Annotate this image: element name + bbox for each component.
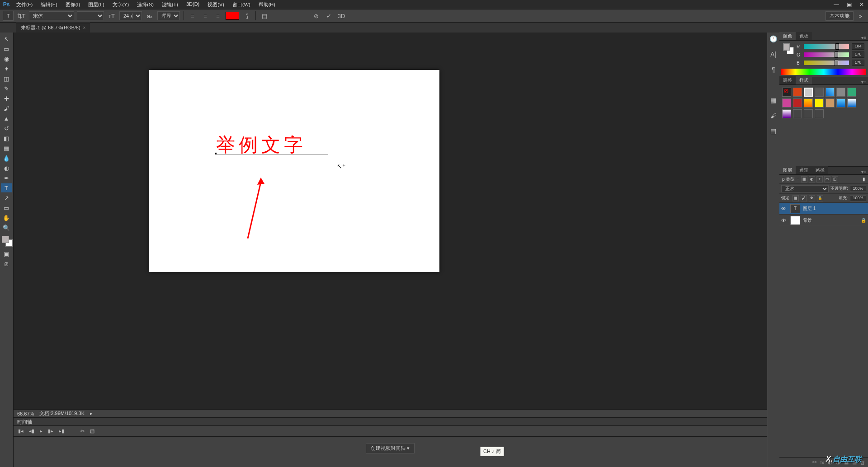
character-panel-icon[interactable]: A| — [769, 50, 778, 59]
zoom-level[interactable]: 66.67% — [17, 411, 34, 416]
style-swatch[interactable] — [804, 109, 813, 118]
g-value[interactable]: 178 — [852, 51, 864, 58]
brush-presets-icon[interactable]: ▦ — [769, 96, 778, 105]
clone-source-icon[interactable]: ▤ — [769, 126, 778, 135]
gradient-tool[interactable]: ▦ — [1, 144, 12, 153]
timeline-first-frame[interactable]: ▮◂ — [18, 428, 24, 434]
layer-name[interactable]: 图层 1 — [803, 205, 816, 212]
doc-info-arrow-icon[interactable]: ▸ — [90, 411, 93, 416]
lock-transparent-icon[interactable]: ▦ — [793, 195, 799, 201]
style-swatch[interactable] — [793, 88, 802, 97]
style-swatch[interactable] — [836, 98, 845, 107]
layer-thumb-text-icon[interactable]: T — [790, 204, 800, 213]
antialias-select[interactable]: 浑厚 — [157, 11, 180, 20]
style-swatch[interactable] — [782, 98, 791, 107]
menu-select[interactable]: 选择(S) — [133, 0, 157, 9]
style-swatch[interactable] — [793, 98, 802, 107]
foreground-color[interactable] — [2, 236, 9, 243]
blend-mode-select[interactable]: 正常 — [781, 185, 829, 192]
eraser-tool[interactable]: ◧ — [1, 134, 12, 143]
layer-row[interactable]: 👁 背景 🔒 — [779, 215, 868, 226]
timeline-cut[interactable]: ✂ — [80, 428, 85, 434]
lock-all-icon[interactable]: 🔒 — [817, 195, 823, 201]
g-slider[interactable] — [804, 52, 849, 57]
blur-tool[interactable]: 💧 — [1, 154, 12, 163]
lock-pixels-icon[interactable]: 🖌 — [801, 195, 807, 201]
menu-type[interactable]: 文字(Y) — [109, 0, 133, 9]
crop-tool[interactable]: ◫ — [1, 74, 12, 83]
r-slider[interactable] — [804, 44, 849, 49]
filter-shape-icon[interactable]: ▭ — [824, 176, 830, 182]
fill-value[interactable]: 100% — [850, 195, 866, 201]
styles-tab[interactable]: 样式 — [796, 76, 812, 84]
window-close[interactable]: ✕ — [855, 0, 868, 9]
timeline-last-frame[interactable]: ▸▮ — [59, 428, 64, 434]
opacity-value[interactable]: 100% — [850, 186, 866, 192]
b-value[interactable]: 178 — [852, 60, 864, 66]
style-swatch[interactable] — [847, 98, 856, 107]
magic-wand-tool[interactable]: ✦ — [1, 64, 12, 73]
menu-window[interactable]: 窗口(W) — [229, 0, 254, 9]
move-tool[interactable]: ↖ — [1, 34, 12, 43]
ime-indicator[interactable]: CH ♪ 简 — [480, 447, 504, 456]
dropdown-icon[interactable]: ▾ — [407, 445, 410, 451]
layer-row[interactable]: 👁 T 图层 1 — [779, 203, 868, 215]
create-video-timeline-button[interactable]: 创建视频时间轴 ▾ — [366, 443, 415, 453]
layers-tab[interactable]: 图层 — [779, 166, 796, 174]
swatches-tab[interactable]: 色板 — [796, 32, 812, 40]
quickmask-toggle[interactable]: ▣ — [1, 249, 12, 258]
window-minimize[interactable]: — — [830, 0, 843, 9]
commit-edit-button[interactable]: ✓ — [324, 11, 334, 21]
style-swatch[interactable] — [793, 109, 802, 118]
filter-text-icon[interactable]: T — [816, 176, 823, 182]
style-swatch[interactable] — [815, 88, 824, 97]
align-left-button[interactable]: ≡ — [188, 11, 198, 21]
hand-tool[interactable]: ✋ — [1, 213, 12, 222]
style-swatch[interactable] — [804, 88, 813, 97]
style-swatch[interactable] — [782, 109, 791, 118]
layer-thumb[interactable] — [790, 216, 800, 225]
align-center-button[interactable]: ≡ — [200, 11, 210, 21]
timeline-transition[interactable]: ▧ — [90, 428, 94, 434]
menu-3d[interactable]: 3D(D) — [183, 0, 203, 9]
cancel-edit-button[interactable]: ⊘ — [311, 11, 321, 21]
tool-preset-text[interactable]: T — [3, 11, 14, 21]
character-panel-button[interactable]: ▤ — [259, 11, 269, 21]
shape-tool[interactable]: ▭ — [1, 203, 12, 212]
style-swatch[interactable]: ⊘ — [782, 88, 791, 97]
layer-fx-icon[interactable]: fx — [820, 460, 824, 465]
menu-help[interactable]: 帮助(H) — [255, 0, 279, 9]
style-swatch[interactable] — [804, 98, 813, 107]
styles-panel-menu-icon[interactable]: ▾≡ — [859, 79, 868, 84]
healing-brush-tool[interactable]: ✚ — [1, 94, 12, 103]
workspace-menu-icon[interactable]: » — [855, 11, 865, 21]
zoom-tool[interactable]: 🔍 — [1, 223, 12, 232]
color-tools[interactable] — [1, 236, 12, 248]
color-fg-swatch[interactable] — [783, 43, 790, 51]
font-style-select[interactable] — [77, 11, 104, 20]
channels-tab[interactable]: 通道 — [796, 166, 812, 174]
window-maximize[interactable]: ▣ — [843, 0, 855, 9]
lock-position-icon[interactable]: ✥ — [809, 195, 815, 201]
marquee-tool[interactable]: ▭ — [1, 44, 12, 53]
brush-panel-icon[interactable]: 🖌 — [769, 111, 778, 120]
doc-info[interactable]: 文档:2.99M/1019.3K — [39, 410, 85, 417]
paragraph-panel-icon[interactable]: ¶ — [769, 65, 778, 74]
menu-layer[interactable]: 图层(L) — [85, 0, 108, 9]
screenmode-toggle[interactable]: ⎚ — [1, 259, 12, 268]
history-brush-tool[interactable]: ↺ — [1, 124, 12, 133]
font-size-select[interactable]: 24 点 — [119, 11, 142, 20]
document-tab-close[interactable]: × — [83, 25, 86, 30]
text-origin-handle[interactable] — [215, 153, 217, 154]
layers-panel-menu-icon[interactable]: ▾≡ — [859, 169, 868, 174]
canvas[interactable]: 举例文字 ↖⁺ — [149, 70, 439, 272]
filter-adj-icon[interactable]: ◐ — [809, 176, 815, 182]
3d-button[interactable]: 3D — [336, 11, 346, 21]
style-swatch[interactable] — [815, 98, 824, 107]
b-slider[interactable] — [804, 61, 849, 65]
layer-name[interactable]: 背景 — [803, 217, 812, 224]
eyedropper-tool[interactable]: ✎ — [1, 84, 12, 93]
menu-view[interactable]: 视图(V) — [204, 0, 228, 9]
style-swatch[interactable] — [836, 88, 845, 97]
pen-tool[interactable]: ✒ — [1, 173, 12, 182]
